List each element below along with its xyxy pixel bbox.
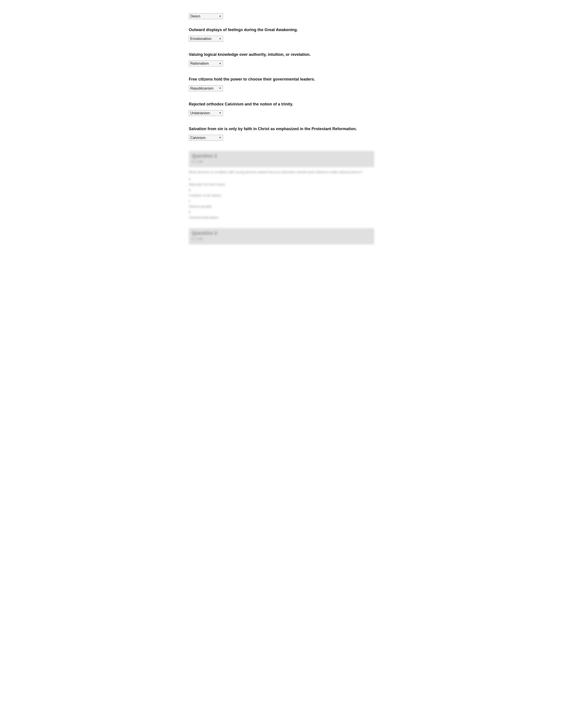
deism-select[interactable]: Deism Emotionalism Rationalism Republica…	[190, 14, 218, 18]
dropdown-wrapper-5[interactable]: Deism Emotionalism Rationalism Republica…	[189, 135, 223, 141]
blurred-section-q3: Question 3 0 / 1 pts	[189, 228, 374, 247]
dropdown-wrapper-2[interactable]: Deism Emotionalism Rationalism Republica…	[189, 60, 223, 66]
blurred-q3-title: Question 3	[192, 230, 371, 236]
select-5[interactable]: Deism Emotionalism Rationalism Republica…	[190, 136, 218, 140]
question-block-3: Free citizens hold the power to choose t…	[189, 77, 374, 92]
blurred-q2-pts: 0 / 1 pts	[192, 160, 371, 163]
blurred-option-b: b	[189, 188, 374, 192]
blurred-option-a-text: Education for both sexes	[189, 182, 374, 186]
question-text-3: Free citizens hold the power to choose t…	[189, 77, 374, 82]
blurred-option-c-label: c	[189, 199, 190, 203]
dropdown-arrow-1: ▼	[219, 37, 221, 40]
blurred-section-q2: Question 2 0 / 1 pts What doctrine or co…	[189, 151, 374, 219]
select-1[interactable]: Deism Emotionalism Rationalism Republica…	[190, 37, 218, 41]
blurred-option-b-text: Freedom of all nations	[189, 193, 374, 197]
blurred-q3-pts: 0 / 1 pts	[192, 237, 371, 240]
blurred-option-d: d	[189, 210, 374, 214]
blurred-option-d-label: d	[189, 210, 190, 214]
blurred-option-a: a	[189, 177, 374, 181]
blurred-q2-body: What doctrine or condition with young pe…	[189, 169, 374, 175]
blurred-option-a-label: a	[189, 177, 190, 181]
question-text-1: Outward displays of feelings during the …	[189, 27, 374, 33]
dropdown-arrow-2: ▼	[219, 62, 221, 65]
deism-block: Deism Emotionalism Rationalism Republica…	[189, 13, 374, 21]
question-text-5: Salvation from sin is only by faith in C…	[189, 126, 374, 132]
blurred-option-c-text: Natural equality	[189, 205, 374, 208]
deism-dropdown-wrapper[interactable]: Deism Emotionalism Rationalism Republica…	[189, 13, 223, 19]
blurred-option-c: c	[189, 199, 374, 203]
dropdown-wrapper-1[interactable]: Deism Emotionalism Rationalism Republica…	[189, 36, 223, 42]
select-2[interactable]: Deism Emotionalism Rationalism Republica…	[190, 62, 218, 65]
question-block-2: Valuing logical knowledge over authority…	[189, 52, 374, 68]
select-4[interactable]: Deism Emotionalism Rationalism Republica…	[190, 111, 218, 115]
question-block-5: Salvation from sin is only by faith in C…	[189, 126, 374, 142]
blurred-option-b-label: b	[189, 188, 190, 192]
question-block-4: Rejected orthodox Calvinism and the noti…	[189, 101, 374, 117]
dropdown-arrow-3: ▼	[219, 87, 221, 90]
select-3[interactable]: Deism Emotionalism Rationalism Republica…	[190, 86, 218, 90]
question-text-2: Valuing logical knowledge over authority…	[189, 52, 374, 57]
deism-dropdown-arrow: ▼	[219, 15, 221, 18]
question-text-4: Rejected orthodox Calvinism and the noti…	[189, 101, 374, 107]
dropdown-arrow-4: ▼	[219, 111, 221, 114]
dropdown-wrapper-4[interactable]: Deism Emotionalism Rationalism Republica…	[189, 110, 223, 116]
blurred-option-d-text: Transformationalism	[189, 216, 374, 219]
dropdown-arrow-5: ▼	[219, 136, 221, 139]
dropdown-wrapper-3[interactable]: Deism Emotionalism Rationalism Republica…	[189, 85, 223, 91]
blurred-q2-title: Question 2	[192, 153, 371, 159]
question-block-1: Outward displays of feelings during the …	[189, 27, 374, 43]
